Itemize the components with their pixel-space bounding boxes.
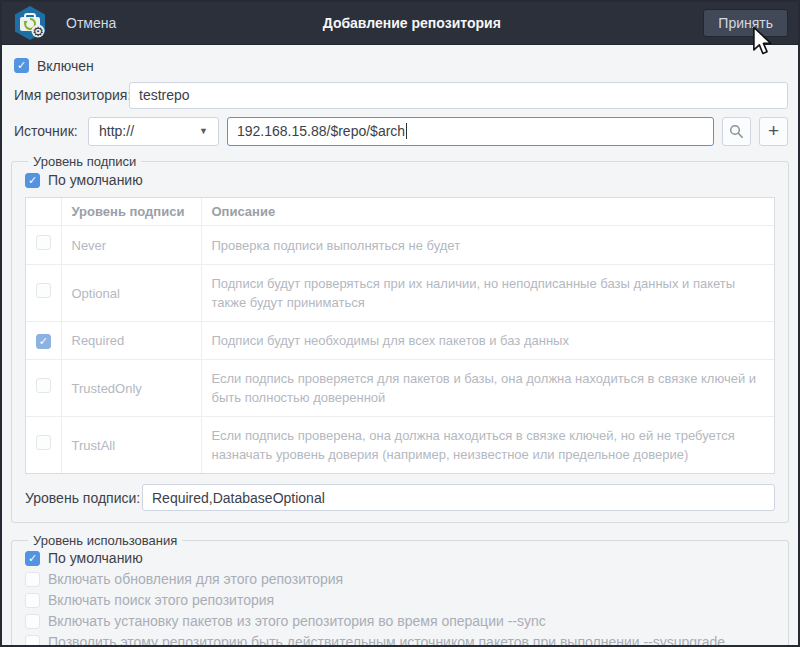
usage-updates-checkbox[interactable]: Включать обновления для этого репозитори… bbox=[25, 571, 775, 587]
signature-level-value: Required,DatabaseOptional bbox=[152, 490, 325, 506]
headerbar: ⚙ Отмена Добавление репозитория Принять bbox=[2, 2, 798, 45]
mouse-pointer-icon bbox=[751, 26, 773, 61]
signature-default-checkbox[interactable]: ✓ По умолчанию bbox=[25, 172, 143, 188]
usage-option-label: По умолчанию bbox=[48, 550, 143, 566]
add-repository-dialog: ⚙ Отмена Добавление репозитория Принять … bbox=[0, 0, 800, 647]
search-button[interactable] bbox=[722, 117, 751, 146]
level-cell: Required bbox=[61, 322, 201, 360]
usage-option-label: Позволить этому репозиторию быть действи… bbox=[48, 634, 725, 647]
checkbox-checked-icon: ✓ bbox=[25, 551, 40, 566]
source-url-input[interactable]: 192.168.15.88/$repo/$arch bbox=[227, 117, 714, 146]
checkbox-unchecked-icon bbox=[25, 593, 40, 608]
table-row-never[interactable]: Never Проверка подписи выполняться не бу… bbox=[26, 226, 774, 265]
signature-table: Уровень подписи Описание Never Проверка … bbox=[25, 197, 775, 474]
signature-level-input[interactable]: Required,DatabaseOptional bbox=[142, 484, 775, 511]
description-cell: Если подпись проверена, она должна наход… bbox=[201, 417, 774, 474]
description-cell: Подписи будут необходимы для всех пакето… bbox=[201, 322, 774, 360]
usage-option-label: Включать установку пакетов из этого репо… bbox=[48, 613, 546, 629]
table-row-trustedonly[interactable]: TrustedOnly Если подпись проверяется для… bbox=[26, 360, 774, 417]
usage-level-frame: Уровень использования ✓ По умолчанию Вкл… bbox=[11, 533, 789, 647]
header-level-column: Уровень подписи bbox=[61, 198, 201, 226]
signature-default-label: По умолчанию bbox=[48, 172, 143, 188]
repo-name-label: Имя репозитория: bbox=[14, 87, 129, 103]
enabled-checkbox[interactable]: ✓ Включен bbox=[14, 58, 94, 74]
checkbox-checked-icon: ✓ bbox=[14, 58, 29, 73]
source-label: Источник: bbox=[14, 123, 80, 139]
chevron-down-icon: ▼ bbox=[199, 126, 208, 136]
header-check-column bbox=[26, 198, 61, 226]
protocol-selected-value: http:// bbox=[99, 123, 134, 139]
usage-option-label: Включать обновления для этого репозитори… bbox=[48, 571, 343, 587]
level-cell: TrustedOnly bbox=[61, 360, 201, 417]
search-icon bbox=[729, 124, 744, 139]
row-checkbox-checked[interactable]: ✓ bbox=[36, 334, 51, 349]
dialog-title: Добавление репозитория bbox=[120, 15, 703, 31]
usage-frame-title: Уровень использования bbox=[28, 533, 182, 548]
description-cell: Подписи будут проверяться при их наличии… bbox=[201, 265, 774, 322]
plus-icon: + bbox=[768, 120, 779, 142]
level-cell: Never bbox=[61, 226, 201, 265]
checkbox-unchecked-icon bbox=[25, 614, 40, 629]
row-checkbox-unchecked[interactable] bbox=[36, 435, 51, 450]
usage-default-checkbox[interactable]: ✓ По умолчанию bbox=[25, 550, 775, 566]
table-row-trustall[interactable]: TrustAll Если подпись проверена, она дол… bbox=[26, 417, 774, 474]
signature-level-frame: Уровень подписи ✓ По умолчанию Уровень п… bbox=[11, 154, 789, 524]
usage-sysupgrade-checkbox[interactable]: Позволить этому репозиторию быть действи… bbox=[25, 634, 775, 647]
usage-option-label: Включать поиск этого репозитория bbox=[48, 592, 274, 608]
app-icon: ⚙ bbox=[12, 5, 48, 41]
table-row-optional[interactable]: Optional Подписи будут проверяться при и… bbox=[26, 265, 774, 322]
checkbox-unchecked-icon bbox=[25, 572, 40, 587]
usage-sync-checkbox[interactable]: Включать установку пакетов из этого репо… bbox=[25, 613, 775, 629]
enabled-checkbox-label: Включен bbox=[37, 58, 94, 74]
table-row-required[interactable]: ✓ Required Подписи будут необходимы для … bbox=[26, 322, 774, 360]
source-url-value: 192.168.15.88/$repo/$arch bbox=[237, 123, 405, 139]
accept-button[interactable]: Принять bbox=[703, 9, 788, 37]
protocol-dropdown[interactable]: http:// ▼ bbox=[88, 117, 219, 146]
usage-search-checkbox[interactable]: Включать поиск этого репозитория bbox=[25, 592, 775, 608]
checkbox-unchecked-icon bbox=[25, 635, 40, 647]
checkbox-checked-icon: ✓ bbox=[25, 173, 40, 188]
signature-level-label: Уровень подписи: bbox=[25, 490, 142, 506]
repo-name-value: testrepo bbox=[139, 87, 190, 103]
row-checkbox-unchecked[interactable] bbox=[36, 378, 51, 393]
description-cell: Если подпись проверяется для пакетов и б… bbox=[201, 360, 774, 417]
repo-name-input[interactable]: testrepo bbox=[129, 82, 788, 109]
description-cell: Проверка подписи выполняться не будет bbox=[201, 226, 774, 265]
dialog-body: ✓ Включен Имя репозитория: testrepo Исто… bbox=[2, 45, 798, 647]
signature-table-header: Уровень подписи Описание bbox=[26, 198, 774, 226]
text-caret bbox=[406, 123, 407, 139]
level-cell: Optional bbox=[61, 265, 201, 322]
level-cell: TrustAll bbox=[61, 417, 201, 474]
svg-text:⚙: ⚙ bbox=[32, 24, 44, 39]
signature-frame-title: Уровень подписи bbox=[28, 154, 141, 169]
header-description-column: Описание bbox=[201, 198, 774, 226]
add-button[interactable]: + bbox=[759, 117, 788, 146]
row-checkbox-unchecked[interactable] bbox=[36, 283, 51, 298]
row-checkbox-unchecked[interactable] bbox=[36, 235, 51, 250]
cancel-button[interactable]: Отмена bbox=[62, 9, 120, 37]
